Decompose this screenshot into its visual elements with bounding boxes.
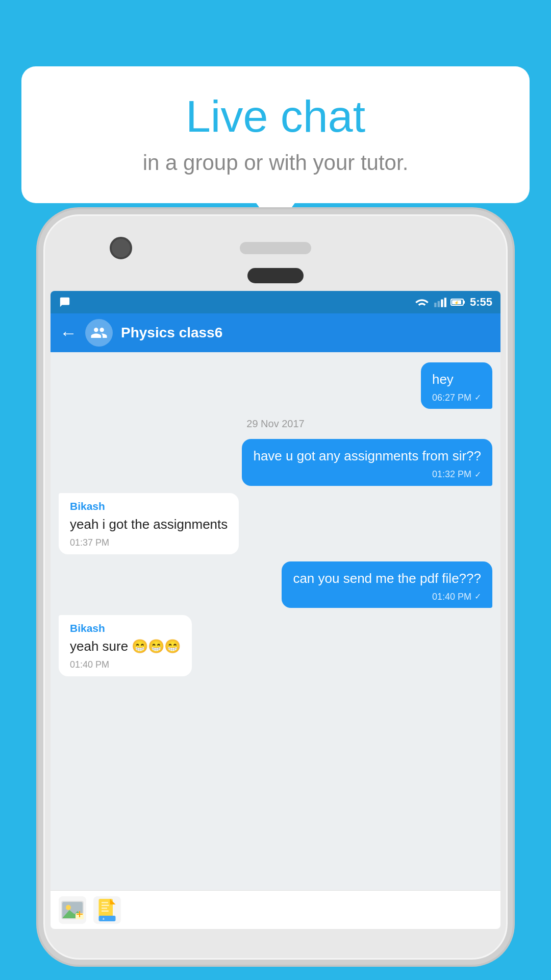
group-icon: [90, 324, 108, 341]
phone-side-button-left-bot: [38, 413, 43, 454]
status-left: [59, 297, 71, 308]
checkmark-icon: ✓: [474, 469, 481, 480]
message-sender: Bikash: [70, 499, 228, 513]
message-meta: 01:37 PM: [70, 536, 228, 549]
phone-frame: ⚡ 5:55 ← Physics class6 hey 06:27 PM: [38, 209, 513, 965]
image-attach-icon: [61, 901, 84, 919]
svg-rect-1: [438, 301, 440, 307]
message-received-2: Bikash yeah sure 😁😁😁 01:40 PM: [59, 615, 192, 676]
wifi-icon: [415, 297, 429, 308]
message-text: can you send me the pdf file???: [293, 570, 481, 587]
chat-area: hey 06:27 PM ✓ 29 Nov 2017 have u got an…: [51, 352, 500, 890]
svg-rect-0: [434, 303, 436, 307]
bottom-bar: +: [51, 890, 500, 929]
battery-icon: ⚡: [450, 297, 466, 308]
message-text: hey: [432, 371, 481, 388]
message-sent-3: can you send me the pdf file??? 01:40 PM…: [282, 561, 492, 608]
status-bar: ⚡ 5:55: [51, 291, 500, 313]
attach-document-button[interactable]: +: [93, 896, 121, 924]
phone-camera: [110, 237, 132, 259]
message-text: yeah i got the assignments: [70, 516, 228, 533]
svg-rect-2: [441, 300, 443, 307]
svg-rect-3: [444, 298, 446, 307]
app-bar: ← Physics class6: [51, 313, 500, 352]
phone-side-button-right: [508, 357, 513, 398]
svg-text:+: +: [103, 917, 105, 921]
svg-text:⚡: ⚡: [454, 300, 459, 305]
signal-icon: [433, 297, 446, 308]
message-meta: 01:40 PM ✓: [293, 591, 481, 603]
message-time: 01:40 PM: [432, 591, 471, 603]
document-attach-icon: +: [97, 899, 117, 921]
message-text: yeah sure 😁😁😁: [70, 638, 181, 655]
bubble-subtitle: in a group or with your tutor.: [52, 151, 499, 175]
notification-icon: [59, 297, 71, 308]
checkmark-icon: ✓: [474, 392, 481, 403]
phone-screen: ⚡ 5:55 ← Physics class6 hey 06:27 PM: [51, 291, 500, 929]
phone-speaker: [240, 242, 311, 254]
attach-image-button[interactable]: [59, 896, 86, 924]
message-meta: 01:40 PM: [70, 658, 181, 671]
svg-rect-16: [99, 916, 116, 921]
svg-point-10: [66, 905, 71, 910]
message-time: 06:27 PM: [432, 391, 471, 404]
message-sent-2: have u got any assignments from sir?? 01…: [242, 439, 492, 485]
message-meta: 06:27 PM ✓: [432, 391, 481, 404]
message-time: 01:32 PM: [432, 468, 471, 480]
date-divider: 29 Nov 2017: [59, 418, 492, 430]
message-text: have u got any assignments from sir??: [253, 447, 481, 465]
chat-title: Physics class6: [121, 325, 491, 341]
checkmark-icon: ✓: [474, 591, 481, 602]
phone-side-button-left-mid: [38, 357, 43, 398]
status-right: ⚡ 5:55: [415, 296, 492, 309]
svg-rect-5: [463, 301, 465, 304]
bubble-title: Live chat: [52, 92, 499, 141]
speech-bubble: Live chat in a group or with your tutor.: [21, 66, 530, 203]
message-sent-1: hey 06:27 PM ✓: [421, 362, 492, 409]
back-button[interactable]: ←: [60, 323, 77, 343]
message-received-1: Bikash yeah i got the assignments 01:37 …: [59, 493, 239, 554]
message-sender: Bikash: [70, 621, 181, 635]
status-time: 5:55: [470, 296, 492, 309]
group-avatar: [85, 319, 113, 347]
phone-earpiece: [247, 268, 304, 283]
phone-side-button-left-top: [38, 316, 43, 342]
message-meta: 01:32 PM ✓: [253, 468, 481, 480]
